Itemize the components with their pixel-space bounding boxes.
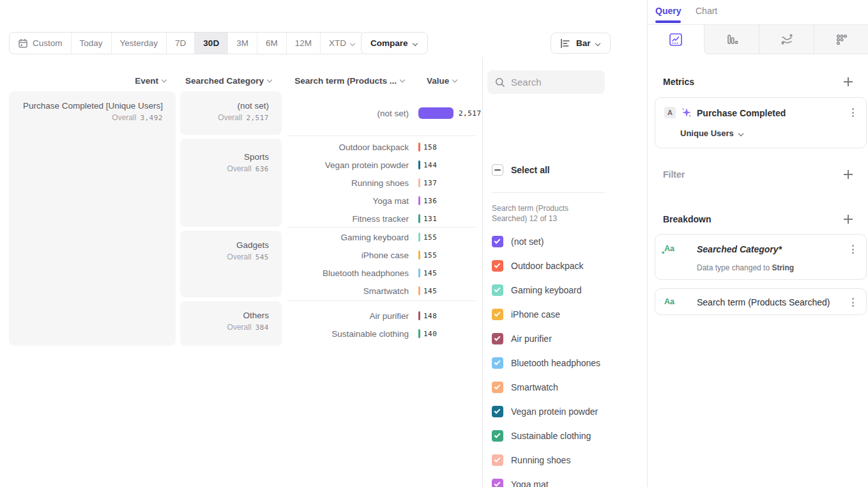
legend-item[interactable]: Gaming keyboard xyxy=(492,284,582,296)
legend-item[interactable]: Outdoor backpack xyxy=(492,260,584,272)
legend-checkbox[interactable] xyxy=(492,430,503,442)
tab-flows[interactable] xyxy=(759,25,814,54)
legend-item[interactable]: Bluetooth headphones xyxy=(492,357,600,369)
legend-checkbox[interactable] xyxy=(492,357,503,369)
date-range-6m[interactable]: 6M xyxy=(257,33,286,54)
category-overall: Overall636 xyxy=(227,163,269,175)
category-cell[interactable]: OthersOverall384 xyxy=(180,301,282,346)
legend-item[interactable]: (not set) xyxy=(492,236,544,247)
select-all-row[interactable]: Select all xyxy=(492,164,550,176)
metrics-section-title: Metrics xyxy=(663,77,694,87)
legend-search[interactable] xyxy=(487,70,605,94)
event-cell[interactable]: Purchase Completed [Unique Users] Overal… xyxy=(9,91,176,346)
value-bar[interactable] xyxy=(418,160,420,169)
term-row-label: Running shoes xyxy=(287,178,409,188)
term-row-label: Sustainable clothing xyxy=(287,329,409,339)
legend-item[interactable]: Air purifier xyxy=(492,333,552,344)
date-range-label: 12M xyxy=(295,38,312,48)
check-icon xyxy=(494,432,501,438)
chevron-down-icon xyxy=(453,78,458,83)
value-label: 145 xyxy=(423,287,437,295)
legend-item[interactable]: Running shoes xyxy=(492,454,570,466)
date-range-3m[interactable]: 3M xyxy=(227,33,257,54)
value-bar[interactable] xyxy=(418,329,420,338)
metric-event-name: Purchase Completed xyxy=(697,108,786,118)
date-range-7d[interactable]: 7D xyxy=(166,33,194,54)
value-bar[interactable] xyxy=(418,107,453,119)
divider xyxy=(287,227,476,228)
legend-item-label: Smartwatch xyxy=(511,382,558,392)
category-cell[interactable]: SportsOverall636 xyxy=(180,139,282,227)
legend-checkbox[interactable] xyxy=(492,333,503,344)
legend-checkbox[interactable] xyxy=(492,454,503,466)
date-range-today[interactable]: Today xyxy=(71,33,111,54)
category-cell-text: SportsOverall636 xyxy=(227,151,269,175)
tab-retention[interactable] xyxy=(814,25,868,54)
string-property-icon: Aa xyxy=(664,297,677,309)
tab-funnels[interactable] xyxy=(704,25,759,54)
search-input[interactable] xyxy=(511,77,594,88)
legend-item[interactable]: Smartwatch xyxy=(492,382,558,393)
kebab-menu-icon[interactable] xyxy=(848,244,857,255)
compare-button[interactable]: Compare xyxy=(361,32,428,54)
category-overall: Overall2,517 xyxy=(218,112,269,124)
value-bar[interactable] xyxy=(418,251,420,259)
column-header-event[interactable]: Event xyxy=(9,75,167,86)
legend-checkbox[interactable] xyxy=(492,406,503,417)
date-range-xtd[interactable]: XTD xyxy=(320,33,364,54)
add-metric-button[interactable] xyxy=(842,76,854,88)
column-header-term[interactable]: Search term (Products ... xyxy=(287,75,406,86)
date-range-custom[interactable]: Custom xyxy=(10,33,71,54)
value-bar[interactable] xyxy=(418,214,420,223)
tab-insights[interactable] xyxy=(648,25,704,54)
value-bar[interactable] xyxy=(418,143,420,151)
value-bar[interactable] xyxy=(418,268,420,277)
select-all-checkbox[interactable] xyxy=(492,164,503,176)
breakdown-card[interactable]: Aa Search term (Products Searched) xyxy=(655,288,867,315)
legend-checkbox[interactable] xyxy=(492,236,503,247)
category-cell[interactable]: (not set)Overall2,517 xyxy=(180,91,282,135)
value-bar[interactable] xyxy=(418,196,420,205)
column-header-value-label: Value xyxy=(427,76,449,86)
kebab-menu-icon[interactable] xyxy=(848,297,857,308)
chart-type-button[interactable]: Bar xyxy=(551,33,611,54)
legend-checkbox[interactable] xyxy=(492,382,503,393)
category-cell[interactable]: GadgetsOverall545 xyxy=(180,231,282,297)
legend-checkbox[interactable] xyxy=(492,284,503,296)
value-label: 155 xyxy=(423,251,437,259)
add-filter-button[interactable] xyxy=(842,169,854,180)
date-range-30d[interactable]: 30D xyxy=(194,33,227,54)
legend-checkbox[interactable] xyxy=(492,479,503,487)
legend-item[interactable]: Sustainable clothing xyxy=(492,430,591,442)
measure-selector[interactable]: Unique Users xyxy=(680,128,744,138)
value-bar[interactable] xyxy=(418,286,420,295)
chevron-down-icon xyxy=(400,78,406,83)
series-badge: A xyxy=(664,107,676,118)
legend-item[interactable]: Yoga mat xyxy=(492,479,549,487)
date-range-yesterday[interactable]: Yesterday xyxy=(111,33,167,54)
category-cell-text: OthersOverall384 xyxy=(227,309,269,334)
metric-card[interactable]: A Purchase Completed Unique Users xyxy=(655,97,867,148)
value-bar[interactable] xyxy=(418,233,420,242)
value-bar[interactable] xyxy=(418,311,420,320)
legend-item-label: Running shoes xyxy=(511,455,570,465)
breakdown-card[interactable]: Aa* Searched Category* Data type changed… xyxy=(655,234,867,280)
column-header-value[interactable]: Value xyxy=(427,75,471,86)
check-icon xyxy=(494,238,501,244)
legend-checkbox[interactable] xyxy=(492,309,503,320)
value-bar[interactable] xyxy=(418,178,420,187)
kebab-menu-icon[interactable] xyxy=(848,107,857,118)
tab-query[interactable]: Query xyxy=(655,6,681,16)
legend-item-label: Vegan protein powder xyxy=(511,406,598,417)
legend-item[interactable]: Vegan protein powder xyxy=(492,406,598,417)
date-range-12m[interactable]: 12M xyxy=(286,33,320,54)
value-label: 140 xyxy=(423,330,437,338)
value-label: 144 xyxy=(423,161,437,169)
add-breakdown-button[interactable] xyxy=(842,213,854,225)
legend-checkbox[interactable] xyxy=(492,260,503,272)
column-header-category[interactable]: Searched Category xyxy=(180,75,273,86)
tab-chart[interactable]: Chart xyxy=(696,6,717,16)
legend-item[interactable]: iPhone case xyxy=(492,309,560,320)
category-overall: Overall384 xyxy=(227,321,269,334)
event-overall: Overall3,492 xyxy=(23,112,163,124)
